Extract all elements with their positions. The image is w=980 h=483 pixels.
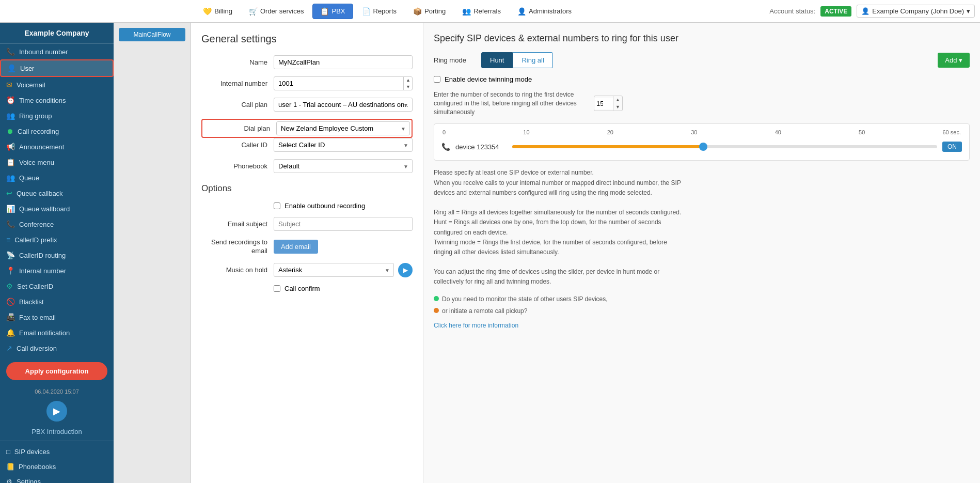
music-on-hold-wrapper: Asterisk ▶ [274,263,413,277]
sidebar-item-set-callerid[interactable]: ⚙ Set CallerID [0,278,114,294]
sidebar-item-queue-callback[interactable]: ↩ Queue callback [0,185,114,201]
dial-plan-select[interactable]: New Zeland Employee Custom [276,121,410,135]
outbound-recording-checkbox[interactable] [274,202,280,209]
email-subject-input[interactable] [274,217,413,231]
devices-slider-container: 0 10 20 30 40 50 60 sec. 📞 device 123354 [434,123,970,161]
sidebar-item-blacklist[interactable]: 🚫 Blacklist [0,294,114,309]
ring-seconds-input[interactable] [594,98,613,110]
sidebar-item-fax-to-email[interactable]: 📠 Fax to email [0,309,114,325]
sip-info-text: Please specify at least one SIP device o… [434,168,682,287]
call-plan-field-group: Call plan user 1 - Trial account – AU de… [201,98,413,112]
scale-0: 0 [442,129,446,135]
add-email-button[interactable]: Add email [274,240,318,254]
ring-seconds-text: Enter the number of seconds to ring the … [434,90,589,116]
nav-referrals[interactable]: 👥 Referrals [454,4,509,19]
device-toggle-button[interactable]: ON [942,142,962,152]
nav-pbx[interactable]: 📋 PBX [312,4,353,19]
sidebar-item-settings[interactable]: ⚙ Settings [0,474,114,483]
sidebar-item-announcement[interactable]: 📢 Announcement [0,139,114,154]
sidebar-label-callerid-prefix: CallerID prefix [14,236,57,244]
sidebar-label-voicemail: Voicemail [17,81,45,89]
order-services-icon: 🛒 [249,7,258,15]
sidebar-item-conference[interactable]: 📞 Conference [0,216,114,232]
spinner-down-icon[interactable]: ▼ [404,84,413,91]
more-info-link[interactable]: Click here for more information [434,322,518,329]
sidebar-item-voicemail[interactable]: ✉ Voicemail [0,77,114,92]
apply-configuration-button[interactable]: Apply configuration [6,362,107,380]
ring-mode-label: Ring mode [434,56,475,64]
sidebar-label-sip-devices: SIP devices [14,448,50,456]
sidebar-item-call-recording[interactable]: ⏺ Call recording [0,123,114,139]
main-callflow-button[interactable]: MainCallFlow [119,28,185,41]
scale-40: 40 [775,129,781,135]
twinning-row: Enable device twinning mode [434,75,970,83]
nav-billing[interactable]: 💛 Billing [195,4,240,19]
internal-number-input[interactable] [274,76,413,90]
sidebar-item-call-diversion[interactable]: ↗ Call diversion [0,340,114,356]
sidebar-label-phonebooks: Phonebooks [19,463,56,471]
call-confirm-checkbox[interactable] [274,285,280,292]
slider-scale: 0 10 20 30 40 50 60 sec. [441,129,962,135]
callerid-prefix-icon: ≡ [6,236,10,244]
twinning-label: Enable device twinning mode [445,75,532,83]
nav-administrators[interactable]: 👤 Administrators [510,4,579,19]
sidebar-item-callerid-prefix[interactable]: ≡ CallerID prefix [0,232,114,247]
seconds-up-icon[interactable]: ▲ [613,96,622,103]
name-input[interactable] [274,55,413,69]
ring-seconds-spinner-btns: ▲ ▼ [613,96,622,111]
sip-devices-icon: □ [6,448,10,456]
pbx-intro-play-button[interactable]: ▶ [46,401,67,422]
call-plan-select[interactable]: user 1 - Trial account – AU destinations… [274,98,413,112]
callerid-routing-icon: 📡 [6,251,15,259]
phonebook-select-wrapper: Default [274,159,413,173]
pbx-intro-label: PBX Introduction [0,426,114,438]
spinner-up-icon[interactable]: ▲ [404,76,413,84]
music-on-hold-play-button[interactable]: ▶ [398,263,413,277]
sidebar-label-inbound-number: Inbound number [19,48,68,56]
sidebar-label-announcement: Announcement [19,143,64,151]
user-avatar-icon: 👤 [861,7,870,15]
phonebook-select[interactable]: Default [274,159,413,173]
caller-id-select-wrapper: Select Caller ID [274,138,413,152]
music-on-hold-select[interactable]: Asterisk [274,263,394,277]
sidebar-item-inbound-number[interactable]: 📞 Inbound number [0,44,114,59]
ring-mode-hunt-button[interactable]: Hunt [481,52,513,68]
device-slider-wrapper[interactable] [512,142,937,152]
device-slider-thumb[interactable] [699,143,707,151]
sidebar-item-internal-number[interactable]: 📍 Internal number [0,263,114,278]
dial-plan-label: Dial plan [204,124,276,132]
sidebar-item-voice-menu[interactable]: 📋 Voice menu [0,154,114,170]
nav-order-services[interactable]: 🛒 Order services [241,4,312,19]
sidebar-item-queue-wallboard[interactable]: 📊 Queue wallboard [0,201,114,216]
music-on-hold-select-wrapper: Asterisk [274,263,394,277]
dial-plan-highlight-border: Dial plan New Zeland Employee Custom [201,119,413,138]
caller-id-select[interactable]: Select Caller ID [274,138,413,152]
green-bullet-dot [434,296,439,301]
info-para-2: When you receive calls to your internal … [434,178,682,198]
info-para-ring-all: Ring all = Rings all devices together si… [434,208,682,217]
reports-icon: 📄 [362,7,371,15]
twinning-checkbox[interactable] [434,76,440,83]
info-bullet-green: Do you need to monitor the state of othe… [434,294,682,304]
ring-group-icon: 👥 [6,112,15,120]
sidebar-item-ring-group[interactable]: 👥 Ring group [0,108,114,123]
ring-mode-ring-all-button[interactable]: Ring all [513,52,552,68]
sidebar-item-sip-devices[interactable]: □ SIP devices [0,444,114,459]
settings-panel: General settings Name Internal number ▲ … [191,23,423,483]
music-on-hold-label: Music on hold [201,266,274,274]
sidebar-item-email-notification[interactable]: 🔔 Email notification [0,325,114,340]
inbound-number-icon: 📞 [6,48,15,56]
main-content: General settings Name Internal number ▲ … [191,23,980,483]
nav-porting[interactable]: 📦 Porting [405,4,453,19]
seconds-down-icon[interactable]: ▼ [613,103,622,111]
nav-reports[interactable]: 📄 Reports [354,4,405,19]
add-device-button[interactable]: Add ▾ [938,53,970,68]
send-recordings-label: Send recordings to email [201,238,274,256]
sidebar-item-user[interactable]: 👤 User [0,59,114,77]
scale-30: 30 [691,129,697,135]
sidebar-item-phonebooks[interactable]: 📒 Phonebooks [0,459,114,474]
sidebar-item-callerid-routing[interactable]: 📡 CallerID routing [0,247,114,263]
sidebar-item-queue[interactable]: 👥 Queue [0,170,114,185]
user-account-menu[interactable]: 👤 Example Company (John Doe) ▾ [857,5,975,18]
sidebar-item-time-conditions[interactable]: ⏰ Time conditions [0,92,114,108]
